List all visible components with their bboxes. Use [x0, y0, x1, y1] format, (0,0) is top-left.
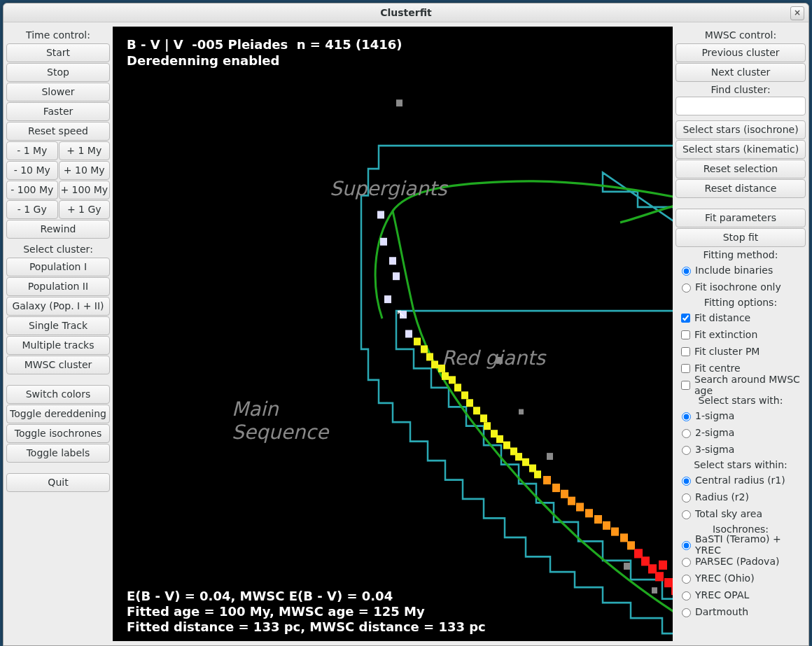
svg-rect-8 — [421, 345, 428, 353]
fit-parameters-button[interactable]: Fit parameters — [676, 209, 806, 227]
svg-rect-15 — [461, 391, 468, 399]
reset-selection-button[interactable]: Reset selection — [676, 160, 806, 178]
svg-rect-44 — [671, 586, 673, 595]
opt-2-sigma[interactable]: 2-sigma — [676, 424, 806, 441]
multiple-tracks-button[interactable]: Multiple tracks — [6, 336, 110, 355]
reset-speed-button[interactable]: Reset speed — [6, 122, 110, 141]
start-button[interactable]: Start — [6, 43, 110, 62]
svg-rect-25 — [522, 458, 529, 466]
checkbox-fit-pm[interactable] — [681, 347, 690, 356]
radio-total-sky[interactable] — [682, 510, 691, 519]
svg-rect-28 — [543, 476, 551, 484]
mwsc-control-label: MWSC control: — [676, 25, 806, 43]
plus-1my-button[interactable]: + 1 My — [59, 141, 111, 160]
switch-colors-button[interactable]: Switch colors — [6, 385, 110, 404]
faster-button[interactable]: Faster — [6, 102, 110, 121]
reset-distance-button[interactable]: Reset distance — [676, 179, 806, 198]
checkbox-fit-centre[interactable] — [681, 364, 690, 373]
toggle-dereddening-button[interactable]: Toggle dereddening — [6, 405, 110, 423]
find-cluster-input[interactable] — [676, 97, 806, 115]
svg-rect-48 — [659, 561, 667, 570]
radio-basti[interactable] — [682, 541, 691, 550]
rewind-button[interactable]: Rewind — [6, 220, 110, 239]
opt-fit-extinction[interactable]: Fit extinction — [676, 326, 806, 343]
svg-rect-39 — [634, 549, 643, 558]
opt-yrec[interactable]: YREC (Ohio) — [676, 570, 806, 587]
radio-fit-iso-only[interactable] — [682, 283, 691, 293]
opt-include-binaries[interactable]: Include binaries — [676, 262, 806, 279]
opt-basti[interactable]: BaSTI (Teramo) + YREC — [676, 536, 806, 553]
radio-central-radius[interactable] — [682, 477, 691, 486]
radio-3-sigma[interactable] — [682, 446, 691, 455]
galaxy-button[interactable]: Galaxy (Pop. I + II) — [6, 297, 110, 316]
population-1-button[interactable]: Population I — [6, 258, 110, 276]
close-icon[interactable]: × — [790, 6, 804, 20]
svg-rect-32 — [576, 503, 584, 511]
svg-rect-20 — [491, 430, 498, 437]
checkbox-fit-extinction[interactable] — [681, 330, 690, 339]
opt-central-radius[interactable]: Central radius (r1) — [676, 472, 806, 489]
svg-rect-35 — [603, 521, 610, 530]
plus-1gy-button[interactable]: + 1 Gy — [59, 200, 111, 219]
svg-rect-9 — [426, 353, 433, 360]
select-stars-kinematic-button[interactable]: Select stars (kinematic) — [676, 140, 806, 159]
minus-1my-button[interactable]: - 1 My — [6, 141, 58, 160]
quit-button[interactable]: Quit — [6, 473, 110, 492]
opt-fit-iso-only[interactable]: Fit isochrone only — [676, 279, 806, 295]
svg-rect-22 — [503, 442, 510, 449]
app-window: Clusterfit × Time control: Start Stop Sl… — [3, 3, 809, 646]
plot-footer-line3: Fitted distance = 133 pc, MWSC distance … — [127, 619, 486, 634]
toggle-labels-button[interactable]: Toggle labels — [6, 444, 110, 463]
opt-1-sigma[interactable]: 1-sigma — [676, 407, 806, 424]
checkbox-fit-distance[interactable] — [681, 314, 690, 323]
radio-1-sigma[interactable] — [682, 412, 691, 421]
window-title: Clusterfit — [380, 7, 432, 18]
opt-fit-pm[interactable]: Fit cluster PM — [676, 343, 806, 360]
next-cluster-button[interactable]: Next cluster — [676, 63, 806, 82]
minus-100my-button[interactable]: - 100 My — [6, 181, 58, 199]
radio-yrec[interactable] — [682, 575, 691, 584]
mwsc-cluster-button[interactable]: MWSC cluster — [6, 356, 110, 374]
svg-rect-16 — [466, 399, 473, 407]
toggle-isochrones-button[interactable]: Toggle isochrones — [6, 424, 110, 443]
radio-include-binaries[interactable] — [682, 267, 691, 276]
stop-fit-button[interactable]: Stop fit — [676, 228, 806, 247]
svg-rect-57 — [652, 587, 657, 594]
svg-rect-17 — [473, 407, 480, 414]
previous-cluster-button[interactable]: Previous cluster — [676, 43, 806, 62]
svg-rect-30 — [561, 490, 568, 498]
radio-2-sigma[interactable] — [682, 429, 691, 438]
opt-3-sigma[interactable]: 3-sigma — [676, 441, 806, 458]
population-2-button[interactable]: Population II — [6, 277, 110, 296]
svg-rect-0 — [377, 211, 384, 218]
single-track-button[interactable]: Single Track — [6, 316, 110, 335]
stop-button[interactable]: Stop — [6, 63, 110, 82]
opt-fit-distance[interactable]: Fit distance — [676, 309, 806, 326]
titlebar[interactable]: Clusterfit × — [4, 3, 808, 22]
opt-yrec-opal[interactable]: YREC OPAL — [676, 587, 806, 603]
svg-rect-52 — [396, 99, 402, 106]
plus-10my-button[interactable]: + 10 My — [59, 161, 111, 180]
select-stars-isochrone-button[interactable]: Select stars (isochrone) — [676, 120, 806, 139]
plus-100my-button[interactable]: + 100 My — [59, 181, 111, 199]
plot-area[interactable]: B - V | V -005 Pleiades n = 415 (1416) D… — [113, 27, 673, 641]
opt-total-sky[interactable]: Total sky area — [676, 505, 806, 522]
region-mainsequence: Main Sequence — [232, 398, 328, 444]
opt-search-mwsc-age[interactable]: Search around MWSC age — [676, 377, 806, 393]
minus-1gy-button[interactable]: - 1 Gy — [6, 200, 58, 219]
opt-dartmouth[interactable]: Dartmouth — [676, 603, 806, 620]
checkbox-search-mwsc-age[interactable] — [681, 381, 690, 390]
radio-yrec-opal[interactable] — [682, 591, 691, 601]
radio-dartmouth[interactable] — [682, 608, 691, 617]
svg-rect-31 — [568, 497, 575, 505]
svg-rect-6 — [405, 330, 412, 338]
minus-10my-button[interactable]: - 10 My — [6, 161, 58, 180]
radio-parsec[interactable] — [682, 558, 691, 567]
svg-rect-7 — [414, 337, 421, 345]
region-redgiants: Red giants — [442, 346, 545, 370]
slower-button[interactable]: Slower — [6, 83, 110, 101]
opt-radius[interactable]: Radius (r2) — [676, 489, 806, 505]
radio-radius[interactable] — [682, 493, 691, 503]
opt-parsec[interactable]: PARSEC (Padova) — [676, 553, 806, 570]
svg-rect-23 — [510, 447, 517, 455]
